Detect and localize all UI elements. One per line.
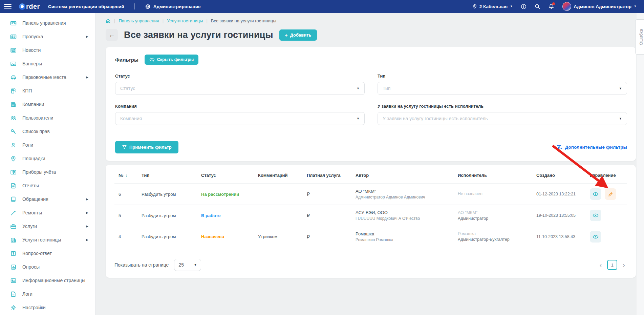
current-page[interactable]: 1 (607, 260, 617, 270)
edit-button[interactable] (605, 188, 616, 200)
sidebar-item-label: Опросы (22, 264, 40, 270)
sidebar-item[interactable]: Услуги гостиницы▶ (0, 233, 95, 247)
info-icon[interactable] (521, 4, 527, 9)
cell-status: В работе (201, 213, 258, 218)
appeals-icon (10, 196, 17, 203)
view-button[interactable] (590, 231, 601, 243)
sidebar-item-label: Настройки (22, 305, 46, 310)
breadcrumb-separator: | (114, 18, 115, 23)
eye-icon (593, 191, 599, 197)
sidebar-item-label: Услуги гостиницы (22, 237, 61, 243)
reports-icon (10, 183, 17, 189)
next-page-button[interactable]: › (623, 261, 625, 268)
error-tab[interactable]: Ошибка (635, 19, 644, 55)
filter-select-placeholder: Статус (120, 86, 357, 91)
sidebar-item[interactable]: Роли (0, 138, 95, 152)
parking-icon (10, 74, 17, 81)
requests-table-card: №↓ТипСтатусКомментарийПлатная услугаАвто… (106, 165, 636, 278)
sidebar-item[interactable]: Приборы учёта (0, 165, 95, 179)
eye-icon (593, 212, 599, 218)
breadcrumb-separator: | (163, 18, 164, 23)
admin-section[interactable]: Администрирование (145, 4, 201, 9)
cell-manage (583, 184, 627, 205)
prev-page-button[interactable]: ‹ (600, 261, 602, 268)
menu-hamburger-icon[interactable] (4, 4, 12, 9)
per-page-select[interactable]: 25 ▼ (174, 259, 201, 271)
plus-icon: + (285, 32, 288, 38)
hide-filters-button[interactable]: Скрыть фильтры (145, 55, 198, 65)
user-menu[interactable]: Админов Администратор ▼ (562, 2, 637, 11)
executor-role: Администратор (458, 216, 536, 221)
cell-author: РомашкаРомашкин Ромашка (356, 231, 458, 242)
sidebar-item[interactable]: Пользователи (0, 111, 95, 125)
apply-filter-button[interactable]: Применить фильтр (115, 141, 178, 153)
search-icon[interactable] (535, 4, 540, 9)
filter-select[interactable]: Компания▼ (115, 112, 365, 125)
sidebar-item[interactable]: Список прав (0, 125, 95, 138)
sidebar-item-label: Пропуска (22, 34, 43, 39)
sidebar-item[interactable]: Новости (0, 43, 95, 57)
sidebar-item-label: Баннеры (22, 61, 42, 66)
sidebar-item[interactable]: Ремонты▶ (0, 206, 95, 219)
filter-select[interactable]: Статус▼ (115, 82, 365, 95)
cell-manage (583, 205, 627, 226)
sidebar-item-label: Новости (22, 47, 41, 53)
sidebar-item[interactable]: Баннеры (0, 57, 95, 70)
sidebar-item[interactable]: Компании (0, 98, 95, 111)
settings-icon (10, 304, 17, 311)
sidebar-item[interactable]: Площадки (0, 152, 95, 165)
filters-panel: Фильтры Скрыть фильтры СтатусСтатус▼ТипТ… (106, 47, 636, 161)
repairs-icon (10, 210, 17, 216)
topbar: rder Система регистрации обращений Админ… (0, 0, 644, 13)
sidebar-item[interactable]: Парковочные места▶ (0, 70, 95, 84)
breadcrumb-link[interactable]: Панель управления (119, 18, 159, 23)
sidebar-item[interactable]: Обращения▶ (0, 192, 95, 206)
view-button[interactable] (590, 188, 601, 200)
notifications-bell-icon[interactable] (549, 3, 554, 9)
sidebar-item[interactable]: Вопрос-ответ (0, 247, 95, 260)
sidebar-item[interactable]: КПП (0, 84, 95, 98)
admin-gear-icon (145, 4, 151, 9)
cell-type: Разбудить утром (142, 213, 201, 218)
sort-desc-icon[interactable]: ↓ (126, 173, 128, 178)
sidebar-item[interactable]: Услуги▶ (0, 219, 95, 233)
sidebar-item[interactable]: Опросы (0, 260, 95, 274)
breadcrumb-link[interactable]: Услуги гостиницы (167, 18, 203, 23)
admin-section-label: Администрирование (153, 4, 201, 9)
sidebar-item-label: Отчёты (22, 183, 39, 188)
author-name: ГUUUUUU Мордкович А Отчество (356, 216, 458, 221)
table-header-row: №↓ТипСтатусКомментарийПлатная услугаАвто… (114, 167, 627, 183)
table-body: 6Разбудить утромНа рассмотрении₽АО "МКМ"… (114, 183, 627, 247)
chevron-down-icon: ▼ (357, 117, 360, 120)
filter-select[interactable]: У заявки на услугу гостиницы есть исполн… (378, 112, 627, 125)
sidebar-item[interactable]: Логи (0, 287, 95, 301)
column-header: Платная услуга (307, 173, 356, 178)
cell-number: 6 (114, 192, 142, 197)
chevron-right-icon: ▶ (86, 35, 88, 38)
home-icon[interactable] (106, 18, 111, 23)
sidebar-item-label: Информационные страницы (22, 278, 85, 283)
sidebar-item[interactable]: Пропуска▶ (0, 30, 95, 43)
filter-select-placeholder: Компания (120, 116, 357, 121)
add-button[interactable]: + Добавить (279, 29, 317, 41)
column-header-label: № (119, 173, 124, 178)
sidebar-item[interactable]: Отчёты (0, 179, 95, 192)
sidebar-item[interactable]: Настройки (0, 301, 95, 314)
sidebar: Панель управленияПропуска▶НовостиБаннеры… (0, 13, 95, 315)
chevron-down-icon: ▼ (619, 87, 622, 90)
additional-filters-link[interactable]: Дополнительные фильтры (557, 145, 627, 150)
back-button[interactable]: ← (106, 29, 118, 41)
cell-created: 11-10-2023 13:58:43 (536, 234, 583, 239)
view-button[interactable] (590, 210, 601, 221)
author-name: Ромашкин Ромашка (356, 237, 458, 242)
error-tab-label: Ошибка (639, 29, 644, 45)
cell-paid-service: ₽ (307, 213, 356, 218)
filter-select[interactable]: Тип▼ (378, 82, 627, 95)
location-selector[interactable]: 2 Кабельная ▼ (472, 4, 513, 9)
filter-field: КомпанияКомпания▼ (115, 104, 365, 125)
sidebar-item[interactable]: Информационные страницы (0, 274, 95, 287)
services-icon (10, 223, 17, 230)
sidebar-item[interactable]: Панель управления (0, 16, 95, 30)
logs-icon (10, 291, 17, 297)
app-logo[interactable]: rder (19, 3, 40, 10)
